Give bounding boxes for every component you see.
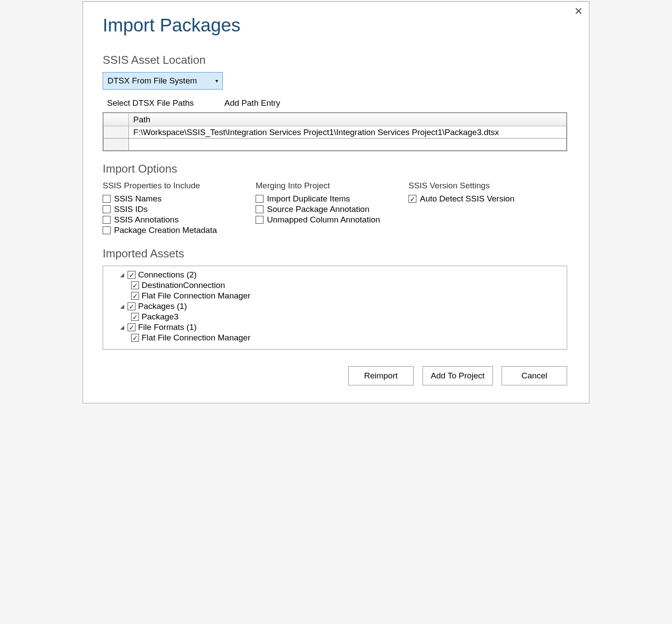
checkbox-icon[interactable]: ✓ [131,281,139,289]
option-label: Import Duplicate Items [267,194,350,204]
options-column-title: SSIS Version Settings [409,181,535,191]
import-options-header: Import Options [103,162,567,176]
select-dtsx-paths-button[interactable]: Select DTSX File Paths [107,98,194,108]
row-header-cell[interactable] [104,126,129,139]
option-label: SSIS Names [114,194,162,204]
option-checkbox-row[interactable]: Source Package Annotation [256,205,382,214]
option-label: Auto Detect SSIS Version [420,194,515,204]
option-checkbox-row[interactable]: SSIS Annotations [103,215,229,225]
options-column: SSIS Version Settings✓Auto Detect SSIS V… [409,181,535,236]
checkbox-icon[interactable] [103,226,111,234]
reimport-button[interactable]: Reimport [348,366,414,385]
option-label: Unmapped Column Annotation [267,215,380,225]
chevron-down-icon: ▾ [215,78,218,84]
imported-assets-header: Imported Assets [103,247,567,260]
checkbox-icon[interactable] [103,216,111,224]
asset-location-value: DTSX From File System [107,76,197,86]
option-checkbox-row[interactable]: ✓Auto Detect SSIS Version [409,194,535,204]
tree-item-label: Flat File Connection Manager [142,333,250,343]
dialog-title: Import Packages [103,15,567,36]
checkbox-icon[interactable]: ✓ [128,323,135,331]
asset-location-header: SSIS Asset Location [103,53,567,67]
checkbox-icon[interactable] [256,216,263,224]
checkbox-icon[interactable] [103,205,111,213]
tree-collapse-icon[interactable]: ◢ [119,303,125,309]
path-cell[interactable] [129,139,567,151]
checkbox-icon[interactable]: ✓ [128,302,135,310]
import-packages-dialog: ✕ Import Packages SSIS Asset Location DT… [83,1,589,403]
tree-item-label: Package3 [142,312,179,322]
checkbox-icon[interactable]: ✓ [131,313,139,321]
option-checkbox-row[interactable]: SSIS Names [103,194,229,204]
add-path-entry-button[interactable]: Add Path Entry [225,98,281,108]
option-checkbox-row[interactable]: Import Duplicate Items [256,194,382,204]
tree-group-label: Connections (2) [138,270,197,280]
path-cell[interactable]: F:\Workspace\SSIS_Test\Integration Servi… [129,126,567,139]
option-label: SSIS Annotations [114,215,179,225]
checkbox-icon[interactable]: ✓ [409,195,416,203]
options-column-title: SSIS Properties to Include [103,181,229,191]
tree-collapse-icon[interactable]: ◢ [119,324,125,330]
options-column: SSIS Properties to IncludeSSIS NamesSSIS… [103,181,229,236]
checkbox-icon[interactable]: ✓ [131,292,139,300]
tree-group-label: File Formats (1) [138,322,197,332]
asset-location-dropdown[interactable]: DTSX From File System ▾ [103,72,223,90]
options-column: Merging Into ProjectImport Duplicate Ite… [256,181,382,236]
tree-group-row[interactable]: ◢✓File Formats (1) [109,322,561,333]
path-column-header[interactable]: Path [129,113,567,126]
checkbox-icon[interactable]: ✓ [131,334,139,342]
tree-collapse-icon[interactable]: ◢ [119,272,125,278]
tree-item-row[interactable]: ✓Package3 [109,312,561,322]
checkbox-icon[interactable] [256,195,263,203]
add-to-project-button[interactable]: Add To Project [423,366,493,385]
option-checkbox-row[interactable]: SSIS IDs [103,205,229,214]
close-icon[interactable]: ✕ [574,6,583,17]
checkbox-icon[interactable]: ✓ [128,271,135,279]
grid-corner [104,113,129,126]
option-checkbox-row[interactable]: Package Creation Metadata [103,225,229,235]
checkbox-icon[interactable] [103,195,111,203]
checkbox-icon[interactable] [256,205,263,213]
cancel-button[interactable]: Cancel [502,366,567,385]
tree-item-row[interactable]: ✓Flat File Connection Manager [109,333,561,343]
tree-group-row[interactable]: ◢✓Packages (1) [109,301,561,312]
options-column-title: Merging Into Project [256,181,382,191]
option-label: Package Creation Metadata [114,225,217,235]
tree-group-label: Packages (1) [138,302,187,311]
option-label: Source Package Annotation [267,205,370,214]
tree-item-row[interactable]: ✓DestinationConnection [109,280,561,291]
imported-assets-tree: ◢✓Connections (2)✓DestinationConnection✓… [103,266,567,350]
tree-item-label: Flat File Connection Manager [142,291,250,301]
paths-grid[interactable]: Path F:\Workspace\SSIS_Test\Integration … [103,112,567,151]
row-header-cell[interactable] [104,139,129,151]
tree-item-row[interactable]: ✓Flat File Connection Manager [109,291,561,301]
tree-item-label: DestinationConnection [142,281,225,290]
table-row[interactable] [104,139,567,151]
table-row[interactable]: F:\Workspace\SSIS_Test\Integration Servi… [104,126,567,139]
tree-group-row[interactable]: ◢✓Connections (2) [109,270,561,280]
option-label: SSIS IDs [114,205,148,214]
option-checkbox-row[interactable]: Unmapped Column Annotation [256,215,382,225]
